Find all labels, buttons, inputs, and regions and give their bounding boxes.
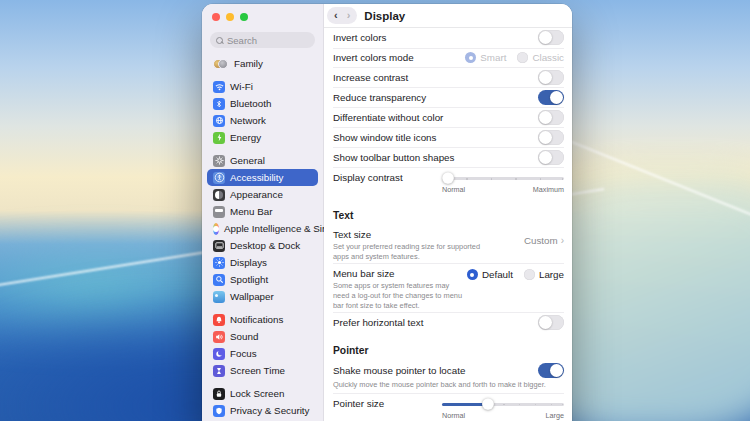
show-window-title-icons-toggle[interactable] — [538, 130, 564, 145]
setting-label: Display contrast — [333, 172, 403, 183]
sidebar-item-notifications[interactable]: Notifications — [207, 311, 318, 328]
energy-bolt-icon — [213, 132, 225, 144]
value-label: Custom — [524, 235, 558, 246]
sidebar-item-screen-time[interactable]: Screen Time — [207, 362, 318, 379]
sidebar-item-bluetooth[interactable]: Bluetooth — [207, 95, 318, 112]
radio-default[interactable] — [467, 269, 478, 280]
sidebar-item-accessibility[interactable]: Accessibility — [207, 169, 318, 186]
setting-description: Some apps or system features may need a … — [333, 281, 467, 310]
menu-bar-size-radios: Default Large — [467, 269, 564, 280]
sidebar-item-label: Spotlight — [230, 274, 268, 285]
sidebar-item-lock-screen[interactable]: Lock Screen — [207, 385, 318, 402]
sidebar-item-label: Energy — [230, 132, 261, 143]
setting-description: Quickly move the mouse pointer back and … — [333, 380, 548, 390]
sidebar-item-label: Apple Intelligence & Siri — [224, 223, 327, 234]
display-contrast-slider[interactable] — [442, 172, 564, 184]
desktop-dock-icon — [213, 240, 225, 252]
show-toolbar-button-shapes-toggle[interactable] — [538, 150, 564, 165]
apple-intelligence-icon — [213, 223, 219, 235]
sidebar-item-label: Privacy & Security — [230, 405, 310, 416]
search-placeholder: Search — [227, 35, 257, 46]
pointer-size-slider[interactable] — [442, 398, 564, 410]
sidebar-item-label: Focus — [230, 348, 257, 359]
back-button[interactable]: ‹ — [334, 10, 338, 21]
screen-time-hourglass-icon — [213, 365, 225, 377]
sidebar-item-spotlight[interactable]: Spotlight — [207, 271, 318, 288]
search-icon — [216, 37, 223, 44]
text-size-value-link[interactable]: Custom › — [524, 235, 564, 246]
sidebar-item-privacy-security[interactable]: Privacy & Security — [207, 402, 318, 419]
radio-classic[interactable] — [517, 52, 528, 63]
radio-option-classic[interactable]: Classic — [517, 52, 564, 63]
network-globe-icon — [213, 115, 225, 127]
radio-option-smart[interactable]: Smart — [465, 52, 506, 63]
differentiate-without-color-toggle[interactable] — [538, 110, 564, 125]
prefer-horizontal-text-toggle[interactable] — [538, 315, 564, 330]
sidebar-item-label: Appearance — [230, 189, 283, 200]
sidebar-item-network[interactable]: Network — [207, 112, 318, 129]
radio-option-large[interactable]: Large — [524, 269, 564, 280]
shake-mouse-pointer-toggle[interactable] — [538, 363, 564, 378]
invert-colors-toggle[interactable] — [538, 30, 564, 45]
panel-header: ‹ › Display — [324, 4, 572, 28]
sidebar-item-focus[interactable]: Focus — [207, 345, 318, 362]
radio-smart[interactable] — [465, 52, 476, 63]
row-reduce-transparency: Reduce transparency — [333, 87, 564, 107]
forward-button[interactable]: › — [347, 10, 351, 21]
sidebar-item-label: Bluetooth — [230, 98, 271, 109]
minimize-button[interactable] — [226, 13, 234, 21]
sidebar-item-energy[interactable]: Energy — [207, 129, 318, 146]
sidebar-item-appearance[interactable]: Appearance — [207, 186, 318, 203]
setting-label: Invert colors mode — [333, 52, 414, 63]
row-show-window-title-icons: Show window title icons — [333, 127, 564, 147]
row-invert-colors-mode: Invert colors mode Smart Classic — [333, 48, 564, 68]
setting-label: Show toolbar button shapes — [333, 152, 454, 163]
radio-large[interactable] — [524, 269, 535, 280]
sidebar-item-wallpaper[interactable]: Wallpaper — [207, 288, 318, 305]
sound-speaker-icon — [213, 331, 225, 343]
increase-contrast-toggle[interactable] — [538, 70, 564, 85]
sidebar-item-general[interactable]: General — [207, 152, 318, 169]
setting-label: Reduce transparency — [333, 92, 426, 103]
setting-label: Pointer size — [333, 398, 384, 409]
sidebar-item-sound[interactable]: Sound — [207, 328, 318, 345]
sidebar-item-label: Wallpaper — [230, 291, 274, 302]
sidebar-item-displays[interactable]: Displays — [207, 254, 318, 271]
radio-label: Classic — [532, 52, 564, 63]
radio-label: Large — [539, 269, 564, 280]
notifications-bell-icon — [213, 314, 225, 326]
sidebar-item-desktop-dock[interactable]: Desktop & Dock — [207, 237, 318, 254]
sidebar-item-label: Displays — [230, 257, 267, 268]
sidebar-item-apple-intelligence[interactable]: Apple Intelligence & Siri — [207, 220, 318, 237]
spotlight-magnifier-icon — [213, 274, 225, 286]
sidebar-item-label: General — [230, 155, 265, 166]
sidebar-item-label: Lock Screen — [230, 388, 284, 399]
invert-colors-mode-radios: Smart Classic — [465, 52, 564, 63]
close-button[interactable] — [212, 13, 220, 21]
row-pointer-size: Pointer size Normal Large — [333, 393, 564, 421]
sidebar-item-wifi[interactable]: Wi-Fi — [207, 78, 318, 95]
sidebar-item-menu-bar[interactable]: Menu Bar — [207, 203, 318, 220]
sidebar-item-label: Accessibility — [230, 172, 283, 183]
row-prefer-horizontal-text: Prefer horizontal text — [333, 312, 564, 332]
slider-knob[interactable] — [482, 398, 494, 410]
sidebar-item-family[interactable]: Family — [207, 55, 318, 72]
privacy-shield-hand-icon — [213, 405, 225, 417]
sidebar-item-label: Wi-Fi — [230, 81, 253, 92]
reduce-transparency-toggle[interactable] — [538, 90, 564, 105]
zoom-button[interactable] — [240, 13, 248, 21]
setting-label: Shake mouse pointer to locate — [333, 365, 465, 376]
family-avatars-icon — [213, 58, 229, 70]
row-show-toolbar-button-shapes: Show toolbar button shapes — [333, 147, 564, 167]
row-shake-mouse-pointer: Shake mouse pointer to locate Quickly mo… — [333, 360, 564, 393]
page-title: Display — [364, 10, 405, 22]
radio-option-default[interactable]: Default — [467, 269, 513, 280]
main-panel: ‹ › Display Invert colors Invert colors … — [324, 4, 572, 421]
setting-description: Set your preferred reading size for supp… — [333, 242, 498, 261]
setting-label: Invert colors — [333, 32, 386, 43]
slider-knob[interactable] — [442, 172, 454, 184]
slider-min-label: Normal — [442, 411, 465, 420]
chevron-right-icon: › — [561, 235, 564, 246]
sidebar-item-label: Family — [234, 58, 263, 69]
search-input[interactable]: Search — [210, 32, 315, 48]
